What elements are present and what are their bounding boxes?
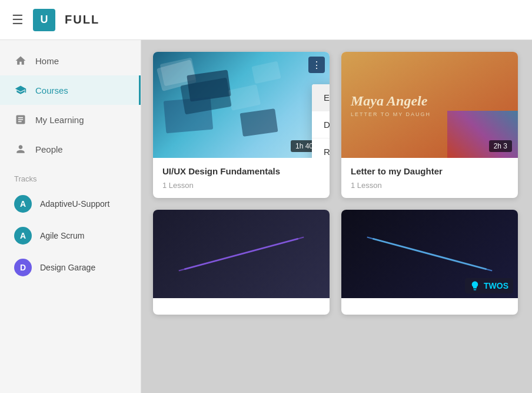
bulb-icon (470, 280, 480, 291)
context-menu-remove-progress[interactable]: Remove Progress (312, 138, 330, 158)
context-menu: Edit Delete Remove Progress (312, 84, 330, 158)
sidebar-item-courses-label: Courses (35, 85, 68, 95)
track-label-design: Design Garage (40, 263, 95, 272)
sidebar-item-people-label: People (35, 144, 63, 154)
course-card-uiux: 1h 40m ⋮ Edit Delete Remove Progress UI/… (153, 52, 330, 198)
track-avatar-design: D (14, 259, 32, 276)
maya-subtitle: Letter to my daugh (351, 111, 431, 117)
course-thumb-dark2: TWOS (341, 210, 518, 298)
home-icon (14, 54, 27, 67)
card-title-uiux: UI/UX Design Fundamentals (162, 166, 320, 176)
twos-label: TWOS (484, 281, 508, 290)
course-card-dark2: TWOS (341, 210, 518, 315)
card-lessons-uiux: 1 Lesson (162, 181, 320, 190)
hamburger-icon[interactable]: ☰ (12, 12, 24, 28)
app-title: FULL (65, 13, 99, 27)
track-label-adaptive: AdaptiveU-Support (40, 199, 109, 209)
card-title-maya: Letter to my Daughter (351, 166, 508, 176)
content-area: 1h 40m ⋮ Edit Delete Remove Progress UI/… (141, 40, 532, 393)
track-item-agile[interactable]: A Agile Scrum (0, 220, 141, 252)
track-avatar-agile: A (14, 227, 32, 245)
track-avatar-adaptive: A (14, 195, 32, 213)
course-card-dark1 (153, 210, 330, 315)
maya-title: Maya Angele (351, 93, 427, 109)
context-menu-edit[interactable]: Edit (312, 84, 330, 111)
sidebar-item-my-learning-label: My Learning (35, 115, 84, 125)
logo-letter: U (41, 14, 48, 26)
card-body-dark2 (341, 298, 518, 315)
track-item-design[interactable]: D Design Garage (0, 252, 141, 283)
main-layout: Home Courses My Learning (0, 40, 532, 393)
card-lessons-maya: 1 Lesson (351, 181, 508, 190)
sidebar: Home Courses My Learning (0, 40, 141, 393)
card-body-dark1 (153, 298, 330, 315)
sidebar-item-my-learning[interactable]: My Learning (0, 105, 141, 134)
course-card-maya: Maya Angele Letter to my daugh 2h 3 Lett… (341, 52, 518, 198)
duration-badge-maya: 2h 3 (489, 140, 512, 152)
track-item-adaptive[interactable]: A AdaptiveU-Support (0, 188, 141, 220)
track-label-agile: Agile Scrum (40, 231, 84, 240)
twos-badge: TWOS (465, 278, 513, 293)
course-thumb-maya: Maya Angele Letter to my daugh 2h 3 (341, 52, 518, 158)
people-icon (14, 143, 27, 156)
context-menu-delete[interactable]: Delete (312, 111, 330, 138)
course-thumb-uiux: 1h 40m ⋮ Edit Delete Remove Progress (153, 52, 330, 158)
sidebar-item-courses[interactable]: Courses (0, 75, 141, 105)
courses-icon (14, 84, 27, 97)
sidebar-item-people[interactable]: People (0, 134, 141, 164)
card-body-maya: Letter to my Daughter 1 Lesson (341, 158, 518, 198)
logo-box: U (33, 9, 55, 31)
course-grid: 1h 40m ⋮ Edit Delete Remove Progress UI/… (153, 52, 520, 315)
sidebar-item-home-label: Home (35, 56, 59, 66)
topbar: ☰ U FULL (0, 0, 532, 40)
course-thumb-dark1 (153, 210, 330, 298)
three-dot-button-uiux[interactable]: ⋮ (308, 57, 325, 73)
tracks-title: Tracks (0, 164, 141, 188)
card-body-uiux: UI/UX Design Fundamentals 1 Lesson (153, 158, 330, 198)
my-learning-icon (14, 113, 27, 126)
sidebar-item-home[interactable]: Home (0, 46, 141, 75)
